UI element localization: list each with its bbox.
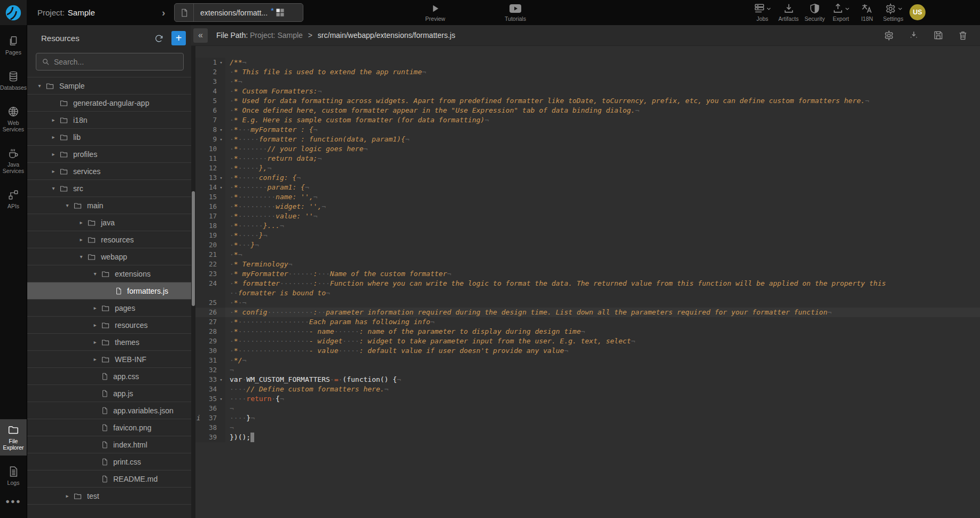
sidebar-overflow-button[interactable]: ●●● <box>0 497 27 505</box>
expand-arrow-icon[interactable]: ▸ <box>48 168 59 174</box>
file-leaf-icon <box>101 423 108 432</box>
sidebar-item-logs[interactable]: Logs <box>0 461 27 491</box>
tree-item-sample[interactable]: ▾Sample <box>27 77 191 95</box>
fold-arrow-icon[interactable]: ▾ <box>217 58 225 67</box>
topbar-item-i18n[interactable]: I18N <box>854 3 880 22</box>
refresh-icon[interactable] <box>154 33 164 43</box>
collapse-arrow-icon[interactable]: ▾ <box>61 202 73 208</box>
code-editor[interactable]: 1▾/**¬2·* This file is used to extend th… <box>191 46 980 518</box>
expand-arrow-icon[interactable]: ▸ <box>89 339 101 345</box>
tree-item-test[interactable]: ▸test <box>27 488 191 505</box>
tree-item-generated-angular-app[interactable]: generated-angular-app <box>27 95 191 112</box>
save-file-icon[interactable] <box>933 30 944 41</box>
user-avatar[interactable]: US <box>910 4 926 20</box>
code-line: 6·* Once defined here, custom formatter … <box>195 106 980 115</box>
topbar-item-security[interactable]: Security <box>802 3 828 22</box>
sidebar-item-label: File Explorer <box>0 438 27 451</box>
topbar-item-jobs[interactable]: Jobs <box>749 3 775 22</box>
download-file-icon[interactable] <box>908 30 919 41</box>
sidebar-item-file-explorer[interactable]: File Explorer <box>0 419 27 456</box>
open-file-tab[interactable]: extensions/formatt... * <box>174 3 303 22</box>
search-box[interactable] <box>36 53 184 70</box>
expand-arrow-icon[interactable]: ▸ <box>89 322 101 328</box>
tree-item-print-css[interactable]: print.css <box>27 453 191 470</box>
file-leaf-icon <box>101 389 108 398</box>
collapse-arrow-icon[interactable]: ▾ <box>89 271 101 277</box>
fold-arrow-icon[interactable]: ▾ <box>217 183 225 192</box>
tree-item-pages[interactable]: ▸pages <box>27 300 191 317</box>
tree-item-resources[interactable]: ▸resources <box>27 317 191 334</box>
topbar-item-artifacts[interactable]: Artifacts <box>775 3 802 22</box>
fold-arrow-icon[interactable]: ▾ <box>217 375 225 384</box>
settings-gear-icon <box>884 3 897 15</box>
file-tree: ▾Samplegenerated-angular-app▸i18n▸lib▸pr… <box>27 77 191 518</box>
tree-item-app-js[interactable]: app.js <box>27 385 191 402</box>
tree-item-java[interactable]: ▸java <box>27 214 191 231</box>
code-text: ·*·······param1: {¬ <box>225 183 980 192</box>
web-services-globe-icon <box>7 106 19 117</box>
tree-item-services[interactable]: ▸services <box>27 163 191 180</box>
tree-item-index-html[interactable]: index.html <box>27 436 191 453</box>
project-indicator[interactable]: Project: Sample <box>37 0 95 25</box>
tree-item-webapp[interactable]: ▾webapp <box>27 248 191 265</box>
tree-item-web-inf[interactable]: ▸WEB-INF <box>27 351 191 368</box>
unsaved-indicator: * <box>271 6 274 15</box>
topbar-item-settings[interactable]: Settings <box>880 3 906 22</box>
sidebar-item-web-services[interactable]: Web Services <box>0 101 27 137</box>
tree-item-i18n[interactable]: ▸i18n <box>27 112 191 129</box>
collapse-panel-button[interactable]: « <box>193 28 208 43</box>
line-number: 29 <box>195 336 217 346</box>
topbar-item-preview[interactable]: Preview <box>419 3 451 22</box>
expand-arrow-icon[interactable]: ▸ <box>48 117 59 123</box>
code-line: 15·*·········name: '',¬ <box>195 192 980 202</box>
code-text: ·* E.g. Here is sample custom formatter … <box>225 115 980 125</box>
i18n-translate-icon <box>861 3 873 14</box>
text-cursor <box>250 433 254 442</box>
sidebar-item-apis[interactable]: APIs <box>0 184 27 214</box>
chevron-down-icon <box>766 6 771 11</box>
topbar-item-label: Tutorials <box>505 16 526 22</box>
topbar-item-tutorials[interactable]: Tutorials <box>499 3 531 22</box>
search-input[interactable] <box>54 58 171 66</box>
fold-arrow-icon[interactable]: ▾ <box>217 394 225 404</box>
tree-item-themes[interactable]: ▸themes <box>27 334 191 351</box>
tree-item-app-css[interactable]: app.css <box>27 368 191 385</box>
tree-item-resources[interactable]: ▸resources <box>27 231 191 248</box>
scrollbar-thumb[interactable] <box>192 191 195 306</box>
sidebar-item-java-services[interactable]: Java Services <box>0 143 27 179</box>
tree-item-label: webapp <box>101 253 127 261</box>
tree-item-profiles[interactable]: ▸profiles <box>27 146 191 163</box>
expand-arrow-icon[interactable]: ▸ <box>61 493 73 499</box>
collapse-arrow-icon[interactable]: ▾ <box>48 185 59 191</box>
code-text: ·*······}...¬ <box>225 221 980 231</box>
collapse-arrow-icon[interactable]: ▾ <box>34 83 45 89</box>
tree-item-app-variables-json[interactable]: app.variables.json <box>27 402 191 419</box>
tree-item-favicon-png[interactable]: favicon.png <box>27 419 191 436</box>
wavemaker-logo[interactable] <box>0 0 27 25</box>
tree-item-src[interactable]: ▾src <box>27 180 191 197</box>
expand-arrow-icon[interactable]: ▸ <box>48 134 59 140</box>
fold-arrow-icon[interactable]: ▾ <box>217 173 225 183</box>
sidebar-item-pages[interactable]: Pages <box>0 30 27 60</box>
expand-arrow-icon[interactable]: ▸ <box>48 151 59 157</box>
expand-arrow-icon[interactable]: ▸ <box>75 219 87 225</box>
fold-arrow-icon[interactable]: ▾ <box>217 125 225 135</box>
add-resource-button[interactable]: + <box>171 31 186 45</box>
fold-arrow-icon[interactable]: ▾ <box>217 135 225 144</box>
tree-item-extensions[interactable]: ▾extensions <box>27 265 191 282</box>
topbar-item-label: Preview <box>425 16 445 22</box>
project-chevron-icon[interactable]: › <box>162 0 165 25</box>
collapse-arrow-icon[interactable]: ▾ <box>75 254 87 260</box>
expand-arrow-icon[interactable]: ▸ <box>89 356 101 362</box>
delete-file-icon[interactable] <box>958 30 968 41</box>
expand-arrow-icon[interactable]: ▸ <box>89 305 101 311</box>
topbar-item-export[interactable]: Export <box>828 3 854 22</box>
tree-item-main[interactable]: ▾main <box>27 197 191 214</box>
editor-settings-gear-icon[interactable] <box>883 30 895 41</box>
tree-item-formatters-js[interactable]: formatters.js <box>27 282 191 300</box>
expand-arrow-icon[interactable]: ▸ <box>75 237 87 242</box>
tree-item-readme-md[interactable]: README.md <box>27 470 191 488</box>
tree-item-lib[interactable]: ▸lib <box>27 129 191 146</box>
tree-scrollbar[interactable] <box>191 46 195 518</box>
sidebar-item-databases[interactable]: Databases <box>0 66 27 96</box>
